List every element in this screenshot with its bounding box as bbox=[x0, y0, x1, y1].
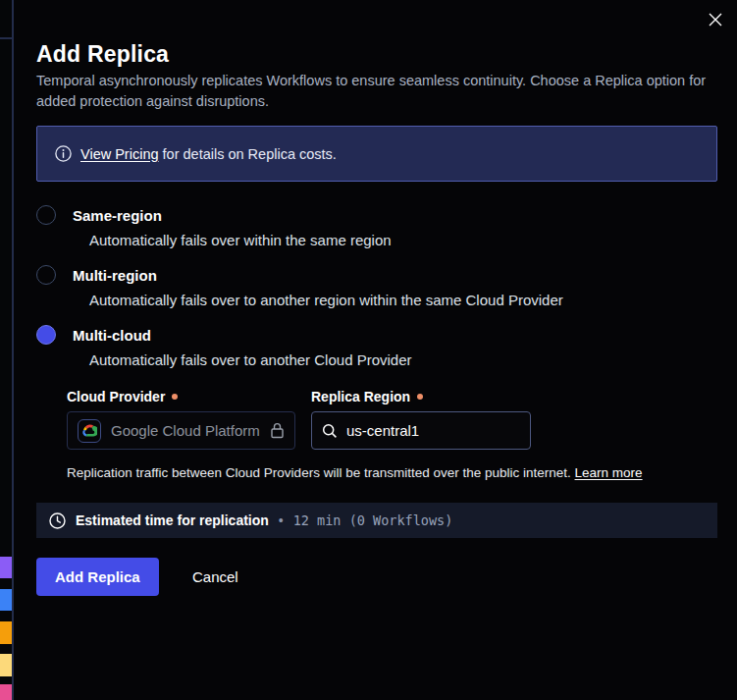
banner-rest-text: for details on Replica costs. bbox=[159, 146, 337, 162]
clock-icon bbox=[49, 512, 66, 529]
cloud-provider-value: Google Cloud Platform bbox=[111, 422, 260, 439]
google-cloud-icon bbox=[81, 424, 97, 437]
modal-description: Temporal asynchronously replicates Workf… bbox=[36, 71, 711, 112]
search-icon bbox=[322, 423, 338, 439]
close-button[interactable] bbox=[702, 6, 729, 33]
close-icon bbox=[708, 12, 723, 27]
required-dot-icon bbox=[172, 394, 178, 400]
lock-icon bbox=[270, 422, 285, 439]
estimate-label: Estimated time for replication bbox=[76, 512, 269, 528]
option-label[interactable]: Multi-region bbox=[73, 267, 157, 284]
gcp-logo-badge bbox=[78, 419, 101, 443]
add-replica-button[interactable]: Add Replica bbox=[36, 558, 159, 596]
option-label[interactable]: Same-region bbox=[73, 207, 162, 224]
pricing-info-banner: View Pricing for details on Replica cost… bbox=[36, 126, 717, 182]
banner-text: View Pricing for details on Replica cost… bbox=[80, 146, 337, 162]
option-same-region: Same-region Automatically fails over wit… bbox=[36, 205, 392, 248]
radio-same-region[interactable] bbox=[36, 205, 56, 225]
info-icon bbox=[55, 145, 72, 162]
backdrop-color-block bbox=[0, 621, 12, 644]
cancel-button[interactable]: Cancel bbox=[179, 558, 252, 596]
backdrop-color-block bbox=[0, 684, 12, 700]
label-text: Replica Region bbox=[311, 389, 410, 404]
backdrop-color-block bbox=[0, 557, 12, 578]
option-multi-cloud: Multi-cloud Automatically fails over to … bbox=[36, 325, 412, 368]
option-description: Automatically fails over to another Clou… bbox=[89, 351, 412, 368]
replica-region-label: Replica Region bbox=[311, 389, 423, 404]
view-pricing-link[interactable]: View Pricing bbox=[80, 146, 159, 162]
radio-multi-cloud[interactable] bbox=[36, 325, 56, 345]
cloud-provider-select[interactable]: Google Cloud Platform bbox=[67, 411, 295, 450]
page: Add Replica Temporal asynchronously repl… bbox=[0, 0, 737, 700]
backdrop-color-block bbox=[0, 654, 12, 676]
note-text: Replication traffic between Cloud Provid… bbox=[67, 465, 571, 480]
label-text: Cloud Provider bbox=[67, 389, 165, 404]
backdrop-page-edge bbox=[0, 0, 14, 700]
page-title: Add Replica bbox=[36, 41, 169, 68]
estimate-value: 12 min (0 Workflows) bbox=[293, 512, 453, 528]
option-description: Automatically fails over to another regi… bbox=[89, 292, 563, 308]
estimate-separator: • bbox=[279, 512, 284, 528]
cloud-provider-label: Cloud Provider bbox=[67, 389, 178, 404]
option-multi-region: Multi-region Automatically fails over to… bbox=[36, 265, 563, 308]
radio-multi-region[interactable] bbox=[36, 265, 56, 285]
replica-region-field[interactable] bbox=[311, 411, 531, 450]
option-description: Automatically fails over within the same… bbox=[89, 232, 392, 248]
estimate-banner: Estimated time for replication • 12 min … bbox=[36, 503, 717, 538]
required-dot-icon bbox=[417, 394, 423, 400]
public-internet-note: Replication traffic between Cloud Provid… bbox=[67, 465, 643, 480]
learn-more-link[interactable]: Learn more bbox=[575, 465, 643, 480]
add-replica-modal: Add Replica Temporal asynchronously repl… bbox=[14, 0, 737, 700]
option-label[interactable]: Multi-cloud bbox=[73, 327, 151, 344]
backdrop-color-block bbox=[0, 589, 12, 611]
replica-region-input[interactable] bbox=[346, 422, 494, 439]
